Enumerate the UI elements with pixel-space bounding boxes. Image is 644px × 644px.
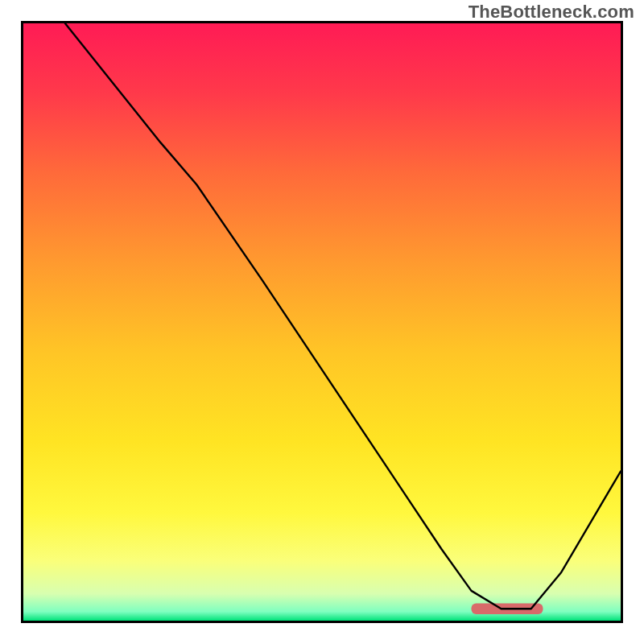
- bottleneck-chart: [23, 23, 621, 621]
- plot-frame: [21, 21, 623, 623]
- watermark-text: TheBottleneck.com: [469, 2, 634, 23]
- gradient-background: [23, 23, 621, 621]
